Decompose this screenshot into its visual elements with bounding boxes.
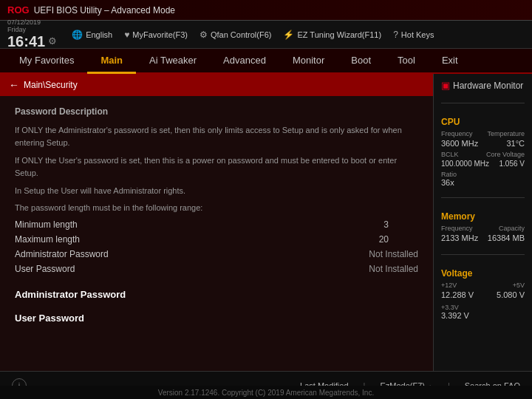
section-label: Password Description — [15, 106, 418, 117]
memory-section-title: Memory — [441, 211, 525, 222]
time-display: 16:41 — [7, 33, 45, 50]
fan-icon: ⚙ — [200, 30, 208, 40]
user-password-button[interactable]: User Password — [15, 313, 84, 324]
admin-password-status: Not Installed — [369, 249, 418, 259]
cpu-ratio-value: 36x — [441, 178, 525, 187]
version-text: Version 2.17.1246. Copyright (C) 2019 Am… — [158, 389, 374, 397]
cpu-section-title: CPU — [441, 117, 525, 127]
tab-tool[interactable]: Tool — [384, 49, 429, 74]
my-favorites-button[interactable]: ♥ MyFavorite(F3) — [124, 30, 188, 40]
v12-value: 12.288 V — [441, 290, 474, 299]
v33-value: 3.392 V — [441, 311, 525, 320]
tab-main[interactable]: Main — [87, 49, 136, 74]
memory-section: Memory Frequency Capacity 2133 MHz 16384… — [441, 207, 525, 245]
hotkeys-icon: ? — [393, 30, 398, 40]
hw-monitor-header: ▣ Hardware Monitor — [441, 80, 525, 91]
settings-gear-icon[interactable]: ⚙ — [48, 36, 57, 47]
favorites-icon: ♥ — [124, 30, 129, 40]
mem-cap-value: 16384 MB — [488, 233, 525, 242]
info-bar: 07/12/2019 Friday 16:41 ⚙ 🌐 English ♥ My… — [0, 21, 532, 49]
min-length-value: 3 — [383, 219, 389, 230]
hw-divider-3 — [441, 254, 525, 255]
rog-logo: ROG — [7, 4, 30, 16]
voltage-12-5-labels: +12V +5V — [441, 282, 525, 289]
hw-divider-1 — [441, 103, 525, 103]
range-label: The password length must be in the follo… — [15, 203, 418, 212]
user-password-action[interactable]: User Password — [15, 311, 418, 324]
hw-monitor-title: Hardware Monitor — [453, 81, 523, 91]
cpu-core-voltage-label: Core Voltage — [486, 151, 525, 158]
cpu-section: CPU Frequency Temperature 3600 MHz 31°C … — [441, 112, 525, 188]
cpu-temperature-value: 31°C — [506, 139, 525, 148]
datetime: 07/12/2019 Friday 16:41 ⚙ — [7, 19, 57, 50]
tab-advanced[interactable]: Advanced — [210, 49, 279, 74]
bios-title: UEFI BIOS Utility – Advanced Mode — [34, 5, 175, 16]
hw-divider-2 — [441, 197, 525, 198]
date-text: 07/12/2019 Friday — [7, 19, 57, 34]
ez-tuning-button[interactable]: ⚡ EZ Tuning Wizard(F11) — [283, 30, 381, 40]
user-password-status: Not Installed — [369, 264, 418, 274]
voltage-section-title: Voltage — [441, 268, 525, 279]
tab-boot[interactable]: Boot — [338, 49, 384, 74]
hardware-monitor-panel: ▣ Hardware Monitor CPU Frequency Tempera… — [433, 74, 532, 371]
tab-ai-tweaker[interactable]: Ai Tweaker — [136, 49, 210, 74]
tuning-icon: ⚡ — [283, 30, 294, 40]
user-password-label: User Password — [15, 264, 75, 274]
mem-freq-value: 2133 MHz — [441, 233, 478, 242]
cpu-temp-label: Temperature — [487, 130, 525, 137]
nav-bar: My Favorites Main Ai Tweaker Advanced Mo… — [0, 49, 532, 74]
max-length-row: Maximum length 20 — [15, 234, 418, 245]
user-password-desc: If ONLY the User's password is set, then… — [15, 154, 418, 179]
cpu-freq-label: Frequency — [441, 130, 473, 137]
admin-rights-desc: In Setup the User will have Administrato… — [15, 185, 418, 197]
cpu-ratio-label: Ratio — [441, 171, 525, 178]
cpu-freq-temp-labels: Frequency Temperature — [441, 130, 525, 137]
min-length-row: Minimum length 3 — [15, 219, 418, 230]
v33-label: +3.3V — [441, 304, 525, 311]
cpu-frequency-value: 3600 MHz — [441, 139, 478, 148]
admin-password-label: Administrator Password — [15, 249, 109, 259]
breadcrumb-path: Main\Security — [24, 80, 78, 90]
left-panel: ← Main\Security Password Description If … — [0, 74, 433, 371]
cpu-bclk-corev-labels: BCLK Core Voltage — [441, 151, 525, 158]
hot-keys-button[interactable]: ? Hot Keys — [393, 30, 434, 40]
version-bar: Version 2.17.1246. Copyright (C) 2019 Am… — [0, 386, 532, 399]
breadcrumb: ← Main\Security — [0, 74, 433, 96]
info-bar-items: 🌐 English ♥ MyFavorite(F3) ⚙ Qfan Contro… — [72, 30, 525, 40]
tab-monitor[interactable]: Monitor — [279, 49, 338, 74]
monitor-icon: ▣ — [441, 80, 450, 91]
back-button[interactable]: ← — [9, 79, 19, 91]
language-selector[interactable]: 🌐 English — [72, 30, 112, 40]
min-length-label: Minimum length — [15, 219, 78, 230]
v5-value: 5.080 V — [497, 290, 525, 299]
voltage-section: Voltage +12V +5V 12.288 V 5.080 V +3.3V … — [441, 264, 525, 321]
qfan-control-button[interactable]: ⚙ Qfan Control(F6) — [200, 30, 272, 40]
max-length-label: Maximum length — [15, 234, 80, 245]
cpu-bclk-value: 100.0000 MHz — [441, 160, 489, 168]
admin-password-row: Administrator Password Not Installed — [15, 249, 418, 259]
title-bar: ROG UEFI BIOS Utility – Advanced Mode — [0, 0, 532, 21]
voltage-12-5-values: 12.288 V 5.080 V — [441, 290, 525, 301]
cpu-core-voltage-value: 1.056 V — [499, 160, 525, 168]
main-area: ← Main\Security Password Description If … — [0, 74, 532, 371]
mem-labels: Frequency Capacity — [441, 225, 525, 232]
admin-password-desc: If ONLY the Administrator's password is … — [15, 124, 418, 149]
admin-password-action[interactable]: Administrator Password — [15, 287, 418, 301]
admin-password-button[interactable]: Administrator Password — [15, 289, 126, 300]
mem-freq-label: Frequency — [441, 225, 473, 232]
max-length-value: 20 — [379, 234, 389, 245]
content-area: Password Description If ONLY the Adminis… — [0, 96, 433, 371]
cpu-bclk-label: BCLK — [441, 151, 459, 158]
mem-cap-label: Capacity — [499, 225, 525, 232]
language-icon: 🌐 — [72, 30, 83, 40]
v12-label: +12V — [441, 282, 457, 289]
mem-values: 2133 MHz 16384 MB — [441, 233, 525, 244]
user-password-row: User Password Not Installed — [15, 264, 418, 274]
cpu-bclk-corev-values: 100.0000 MHz 1.056 V — [441, 160, 525, 168]
tab-my-favorites[interactable]: My Favorites — [6, 49, 87, 74]
v5-label: +5V — [513, 282, 525, 289]
tab-exit[interactable]: Exit — [429, 49, 471, 74]
cpu-freq-temp-values: 3600 MHz 31°C — [441, 139, 525, 149]
